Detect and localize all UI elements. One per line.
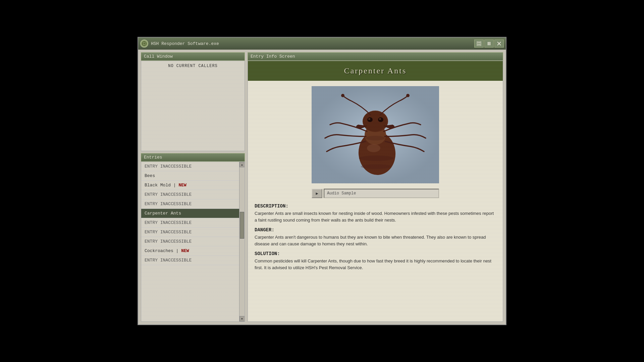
entries-header: Entries (141, 153, 245, 162)
close-button[interactable] (494, 40, 504, 48)
entry-item-6[interactable]: ENTRY INACCESSIBLE (141, 218, 245, 228)
danger-text: Carpenter Ants aren't dangerous to human… (255, 234, 496, 247)
main-window: HSH Responder Software.exe Call Window N… (138, 37, 506, 325)
content-area: Call Window NO CURRENT CALLERS Entries E… (138, 50, 506, 324)
svg-point-30 (363, 111, 386, 131)
ant-image (312, 86, 439, 183)
scroll-down-button[interactable]: ▼ (239, 316, 245, 321)
entry-item-9[interactable]: Cockroaches | NEW (141, 246, 245, 256)
play-button[interactable]: ▶ (312, 189, 322, 198)
audio-player: ▶ Audio Sample (312, 189, 439, 198)
entry-item-2[interactable]: Black Mold | NEW (141, 181, 245, 190)
call-window-body: NO CURRENT CALLERS (141, 61, 245, 151)
svg-rect-12 (489, 42, 490, 45)
svg-rect-8 (479, 42, 480, 43)
svg-rect-9 (478, 44, 479, 45)
settings-button[interactable] (474, 40, 484, 48)
entry-item-1[interactable]: Bees (141, 171, 245, 181)
entry-item-8[interactable]: ENTRY INACCESSIBLE (141, 237, 245, 246)
svg-rect-11 (488, 42, 489, 45)
svg-point-25 (406, 94, 410, 97)
left-panel: Call Window NO CURRENT CALLERS Entries E… (141, 52, 245, 322)
entries-list-container: ENTRY INACCESSIBLEBeesBlack Mold | NEWEN… (141, 162, 245, 322)
svg-point-27 (361, 164, 391, 169)
audio-label: Audio Sample (327, 191, 356, 196)
svg-point-26 (359, 156, 394, 161)
title-bar-buttons (474, 40, 504, 48)
svg-point-29 (366, 136, 385, 140)
solution-label: SOLUTION: (255, 251, 496, 256)
entry-info-body: Carpenter Ants (248, 61, 503, 322)
scroll-track (239, 167, 245, 316)
svg-point-28 (367, 144, 380, 152)
description-text: Carpenter Ants are small insects known f… (255, 210, 496, 223)
entry-item-0[interactable]: ENTRY INACCESSIBLE (141, 162, 245, 171)
svg-rect-10 (479, 44, 480, 45)
entry-item-4[interactable]: ENTRY INACCESSIBLE (141, 199, 245, 209)
description-label: DESCRIPTION: (255, 203, 496, 209)
description-section: DESCRIPTION: Carpenter Ants are small in… (255, 203, 496, 275)
svg-rect-6 (477, 42, 481, 46)
entry-item-7[interactable]: ENTRY INACCESSIBLE (141, 228, 245, 237)
svg-point-24 (341, 94, 344, 97)
danger-label: DANGER: (255, 227, 496, 233)
entries-list: ENTRY INACCESSIBLEBeesBlack Mold | NEWEN… (141, 162, 245, 321)
pause-button[interactable] (484, 40, 494, 48)
entry-title-bar: Carpenter Ants (248, 61, 503, 81)
entries-section: Entries ENTRY INACCESSIBLEBeesBlack Mold… (141, 153, 245, 322)
entry-title: Carpenter Ants (253, 66, 497, 75)
entry-item-10[interactable]: ENTRY INACCESSIBLE (141, 256, 245, 265)
window-title: HSH Responder Software.exe (151, 41, 472, 46)
title-bar: HSH Responder Software.exe (138, 38, 506, 50)
scroll-up-button[interactable]: ▲ (239, 162, 245, 167)
entry-item-3[interactable]: ENTRY INACCESSIBLE (141, 190, 245, 199)
solution-text: Common pesticides will kill Carpenter An… (255, 258, 496, 271)
scrollbar: ▲ ▼ (239, 162, 245, 321)
no-callers-text: NO CURRENT CALLERS (168, 64, 218, 68)
call-window-header: Call Window (141, 52, 245, 61)
app-icon (140, 40, 148, 48)
right-panel: Entry Info Screen Carpenter Ants (248, 52, 503, 322)
scroll-thumb[interactable] (240, 212, 244, 239)
entry-content: ▶ Audio Sample DESCRIPTION: Carpenter An… (248, 81, 503, 280)
audio-bar: Audio Sample (324, 189, 439, 198)
svg-point-1 (144, 43, 145, 44)
call-window: Call Window NO CURRENT CALLERS (141, 52, 245, 151)
entry-info-header: Entry Info Screen (248, 52, 503, 61)
svg-rect-7 (478, 42, 479, 43)
entry-item-5[interactable]: Carpenter Ants (141, 209, 245, 218)
